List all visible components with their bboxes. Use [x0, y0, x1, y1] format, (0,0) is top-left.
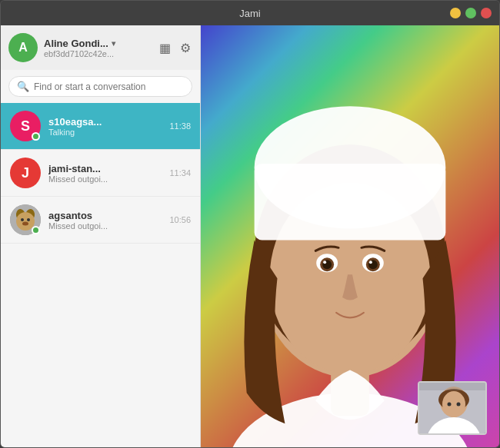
app-window: Jami A Aline Gondi... ▾ ebf3dd7102c42e..…	[0, 0, 500, 448]
conv-name: s10eagsa...	[48, 116, 162, 128]
profile-icons: ▦ ⚙	[158, 39, 192, 57]
conv-avatar: J	[10, 158, 41, 188]
svg-point-21	[369, 261, 372, 264]
window-title: Jami	[239, 8, 260, 19]
profile-name: Aline Gondi... ▾	[44, 38, 152, 49]
svg-point-28	[457, 403, 461, 407]
svg-point-25	[442, 391, 465, 417]
dropdown-arrow-icon: ▾	[112, 39, 115, 48]
conv-time: 11:38	[169, 121, 191, 131]
close-button[interactable]	[481, 8, 492, 18]
minimize-button[interactable]	[450, 8, 461, 18]
profile-id: ebf3dd7102c42e...	[44, 49, 152, 58]
svg-rect-13	[255, 164, 446, 240]
search-wrapper: 🔍	[8, 76, 192, 97]
maximize-button[interactable]	[465, 8, 476, 18]
conv-details: agsantos Missed outgoi...	[48, 210, 162, 231]
conv-details: jami-stan... Missed outgoi...	[48, 163, 162, 184]
conv-avatar-wrapper	[10, 204, 41, 235]
svg-point-5	[27, 218, 30, 221]
conv-details: s10eagsa... Talking	[48, 116, 162, 137]
online-dot-icon	[32, 132, 40, 141]
profile-info: Aline Gondi... ▾ ebf3dd7102c42e...	[44, 38, 152, 58]
search-input[interactable]	[34, 81, 184, 92]
svg-point-27	[448, 403, 452, 407]
online-dot-icon	[32, 226, 40, 234]
conv-status: Talking	[48, 128, 162, 137]
svg-point-4	[21, 218, 24, 221]
video-panel	[201, 25, 499, 447]
conv-status: Missed outgoi...	[48, 221, 162, 231]
conv-avatar-wrapper: J	[10, 158, 41, 188]
search-bar: 🔍	[1, 70, 200, 103]
conv-time: 10:56	[169, 215, 191, 224]
conv-name: jami-stan...	[48, 163, 162, 174]
svg-point-17	[323, 261, 326, 264]
main-content: A Aline Gondi... ▾ ebf3dd7102c42e... ▦ ⚙	[1, 25, 499, 447]
conversation-item[interactable]: agsantos Missed outgoi... 10:56	[1, 197, 200, 244]
mini-video-thumbnail	[418, 381, 487, 435]
mini-video-content	[419, 383, 485, 433]
conv-status: Missed outgoi...	[48, 174, 162, 184]
svg-rect-29	[419, 383, 487, 390]
sidebar: A Aline Gondi... ▾ ebf3dd7102c42e... ▦ ⚙	[1, 25, 201, 447]
conv-name: agsantos	[48, 210, 162, 221]
search-icon: 🔍	[17, 81, 29, 92]
conversation-item[interactable]: J jami-stan... Missed outgoi... 11:34	[1, 150, 200, 197]
conv-avatar-wrapper: S	[10, 111, 41, 141]
conversation-list: S s10eagsa... Talking 11:38 J	[1, 103, 200, 447]
avatar: A	[8, 33, 38, 62]
conversation-item[interactable]: S s10eagsa... Talking 11:38	[1, 103, 200, 150]
profile-header: A Aline Gondi... ▾ ebf3dd7102c42e... ▦ ⚙	[1, 25, 200, 70]
qr-code-button[interactable]: ▦	[158, 39, 172, 57]
settings-button[interactable]: ⚙	[178, 39, 192, 57]
mini-video-person	[419, 383, 487, 435]
conv-time: 11:34	[169, 168, 191, 178]
titlebar: Jami	[1, 1, 499, 25]
svg-point-6	[22, 222, 28, 226]
window-controls	[450, 8, 492, 18]
